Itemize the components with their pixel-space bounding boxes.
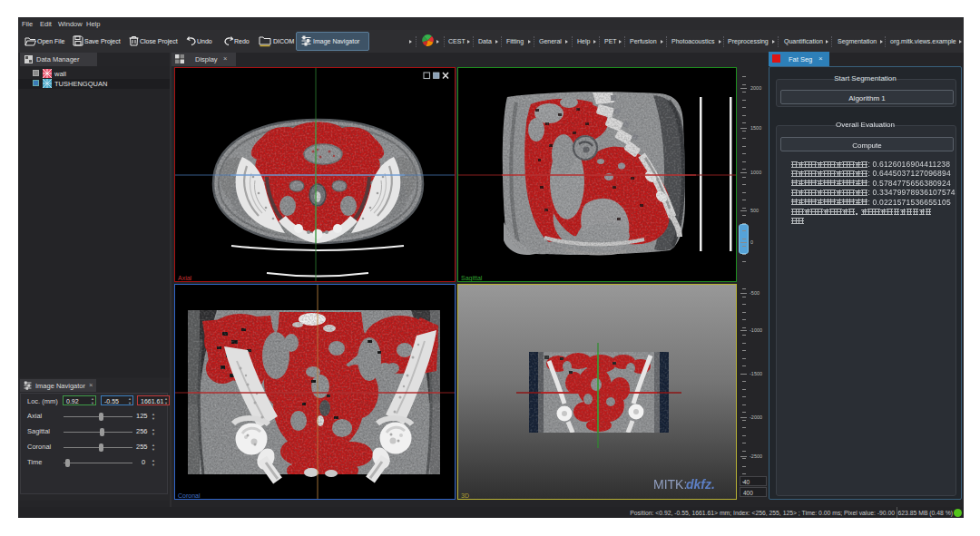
- svg-text:MITK:: MITK:: [653, 477, 687, 492]
- svg-text:dkfz.: dkfz.: [686, 477, 715, 492]
